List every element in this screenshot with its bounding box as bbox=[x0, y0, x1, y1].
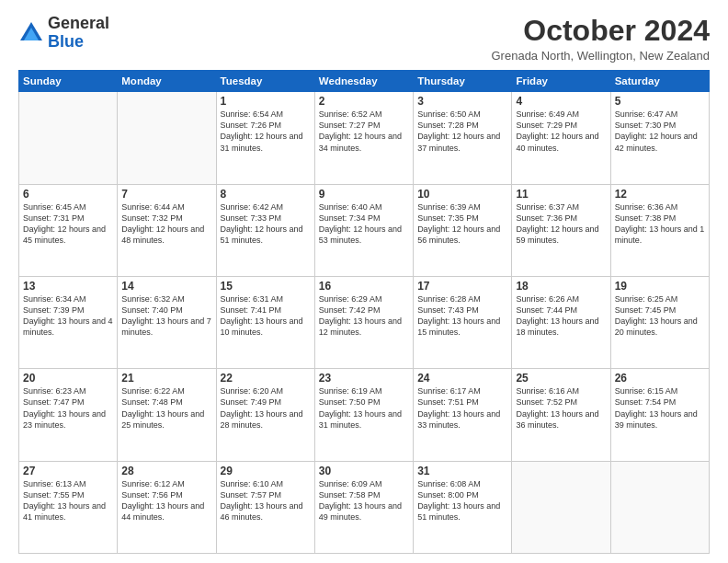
day-number-17: 17 bbox=[417, 280, 507, 293]
day-number-25: 25 bbox=[516, 372, 606, 385]
calendar-table: Sunday Monday Tuesday Wednesday Thursday… bbox=[18, 70, 710, 554]
logo-blue-text: Blue bbox=[48, 32, 84, 51]
day-cell-2-4: 9Sunrise: 6:40 AM Sunset: 7:34 PM Daylig… bbox=[314, 184, 413, 276]
day-cell-5-5: 31Sunrise: 6:08 AM Sunset: 8:00 PM Dayli… bbox=[414, 461, 512, 553]
day-cell-5-7 bbox=[610, 461, 709, 553]
day-cell-5-2: 28Sunrise: 6:12 AM Sunset: 7:56 PM Dayli… bbox=[118, 461, 216, 553]
day-cell-2-3: 8Sunrise: 6:42 AM Sunset: 7:33 PM Daylig… bbox=[216, 184, 314, 276]
day-cell-1-5: 3Sunrise: 6:50 AM Sunset: 7:28 PM Daylig… bbox=[414, 92, 512, 184]
day-cell-1-6: 4Sunrise: 6:49 AM Sunset: 7:29 PM Daylig… bbox=[512, 92, 610, 184]
day-number-10: 10 bbox=[417, 188, 507, 201]
day-info-7: Sunrise: 6:44 AM Sunset: 7:32 PM Dayligh… bbox=[121, 201, 211, 247]
day-cell-3-5: 17Sunrise: 6:28 AM Sunset: 7:43 PM Dayli… bbox=[414, 276, 512, 368]
month-title: October 2024 bbox=[492, 15, 711, 47]
day-number-8: 8 bbox=[221, 188, 311, 201]
day-cell-3-7: 19Sunrise: 6:25 AM Sunset: 7:45 PM Dayli… bbox=[610, 276, 709, 368]
day-number-20: 20 bbox=[23, 372, 113, 385]
day-info-4: Sunrise: 6:49 AM Sunset: 7:29 PM Dayligh… bbox=[516, 109, 606, 154]
day-cell-1-4: 2Sunrise: 6:52 AM Sunset: 7:27 PM Daylig… bbox=[314, 92, 413, 184]
day-cell-1-7: 5Sunrise: 6:47 AM Sunset: 7:30 PM Daylig… bbox=[610, 92, 709, 184]
day-number-13: 13 bbox=[23, 280, 113, 293]
day-number-23: 23 bbox=[319, 372, 409, 385]
week-row-3: 13Sunrise: 6:34 AM Sunset: 7:39 PM Dayli… bbox=[19, 276, 710, 368]
day-number-1: 1 bbox=[221, 95, 311, 108]
day-info-20: Sunrise: 6:23 AM Sunset: 7:47 PM Dayligh… bbox=[23, 385, 113, 431]
day-cell-3-3: 15Sunrise: 6:31 AM Sunset: 7:41 PM Dayli… bbox=[216, 276, 314, 368]
week-row-5: 27Sunrise: 6:13 AM Sunset: 7:55 PM Dayli… bbox=[19, 461, 710, 553]
day-cell-4-7: 26Sunrise: 6:15 AM Sunset: 7:54 PM Dayli… bbox=[610, 369, 709, 461]
day-number-12: 12 bbox=[615, 188, 705, 201]
day-info-16: Sunrise: 6:29 AM Sunset: 7:42 PM Dayligh… bbox=[319, 293, 409, 339]
day-number-15: 15 bbox=[221, 280, 311, 293]
day-info-1: Sunrise: 6:54 AM Sunset: 7:26 PM Dayligh… bbox=[221, 109, 311, 154]
day-number-29: 29 bbox=[221, 465, 311, 477]
logo: General Blue bbox=[18, 15, 109, 52]
day-info-14: Sunrise: 6:32 AM Sunset: 7:40 PM Dayligh… bbox=[121, 293, 211, 339]
day-info-3: Sunrise: 6:50 AM Sunset: 7:28 PM Dayligh… bbox=[417, 109, 507, 154]
day-info-5: Sunrise: 6:47 AM Sunset: 7:30 PM Dayligh… bbox=[615, 109, 705, 154]
day-cell-4-1: 20Sunrise: 6:23 AM Sunset: 7:47 PM Dayli… bbox=[19, 369, 118, 461]
calendar-body: 1Sunrise: 6:54 AM Sunset: 7:26 PM Daylig… bbox=[19, 92, 710, 554]
day-info-12: Sunrise: 6:36 AM Sunset: 7:38 PM Dayligh… bbox=[615, 201, 705, 247]
day-cell-1-1 bbox=[19, 92, 118, 184]
day-number-3: 3 bbox=[417, 95, 507, 108]
week-row-1: 1Sunrise: 6:54 AM Sunset: 7:26 PM Daylig… bbox=[19, 92, 710, 184]
day-cell-3-4: 16Sunrise: 6:29 AM Sunset: 7:42 PM Dayli… bbox=[314, 276, 413, 368]
day-number-7: 7 bbox=[121, 188, 211, 201]
header-wednesday: Wednesday bbox=[314, 71, 413, 92]
day-info-22: Sunrise: 6:20 AM Sunset: 7:49 PM Dayligh… bbox=[221, 385, 311, 431]
day-info-6: Sunrise: 6:45 AM Sunset: 7:31 PM Dayligh… bbox=[23, 201, 113, 247]
logo-general-text: General bbox=[48, 14, 109, 32]
day-number-5: 5 bbox=[615, 95, 705, 108]
day-info-2: Sunrise: 6:52 AM Sunset: 7:27 PM Dayligh… bbox=[319, 109, 409, 154]
day-number-21: 21 bbox=[121, 372, 211, 385]
day-info-23: Sunrise: 6:19 AM Sunset: 7:50 PM Dayligh… bbox=[319, 385, 409, 431]
day-info-21: Sunrise: 6:22 AM Sunset: 7:48 PM Dayligh… bbox=[121, 385, 211, 431]
day-info-11: Sunrise: 6:37 AM Sunset: 7:36 PM Dayligh… bbox=[516, 201, 606, 247]
day-number-19: 19 bbox=[615, 280, 705, 293]
day-number-14: 14 bbox=[121, 280, 211, 293]
day-number-11: 11 bbox=[516, 188, 606, 201]
header-saturday: Saturday bbox=[610, 71, 709, 92]
header: General Blue October 2024 Grenada North,… bbox=[18, 15, 710, 63]
day-info-18: Sunrise: 6:26 AM Sunset: 7:44 PM Dayligh… bbox=[516, 293, 606, 339]
day-info-27: Sunrise: 6:13 AM Sunset: 7:55 PM Dayligh… bbox=[23, 478, 113, 523]
day-info-26: Sunrise: 6:15 AM Sunset: 7:54 PM Dayligh… bbox=[615, 385, 705, 431]
day-info-30: Sunrise: 6:09 AM Sunset: 7:58 PM Dayligh… bbox=[319, 478, 409, 523]
day-number-24: 24 bbox=[417, 372, 507, 385]
day-cell-1-2 bbox=[118, 92, 216, 184]
header-monday: Monday bbox=[118, 71, 216, 92]
day-number-31: 31 bbox=[417, 465, 507, 477]
day-cell-4-6: 25Sunrise: 6:16 AM Sunset: 7:52 PM Dayli… bbox=[512, 369, 610, 461]
day-number-2: 2 bbox=[319, 95, 409, 108]
day-cell-5-6 bbox=[512, 461, 610, 553]
day-cell-3-1: 13Sunrise: 6:34 AM Sunset: 7:39 PM Dayli… bbox=[19, 276, 118, 368]
week-row-2: 6Sunrise: 6:45 AM Sunset: 7:31 PM Daylig… bbox=[19, 184, 710, 276]
day-info-8: Sunrise: 6:42 AM Sunset: 7:33 PM Dayligh… bbox=[221, 201, 311, 247]
week-row-4: 20Sunrise: 6:23 AM Sunset: 7:47 PM Dayli… bbox=[19, 369, 710, 461]
day-cell-2-2: 7Sunrise: 6:44 AM Sunset: 7:32 PM Daylig… bbox=[118, 184, 216, 276]
day-info-25: Sunrise: 6:16 AM Sunset: 7:52 PM Dayligh… bbox=[516, 385, 606, 431]
day-info-31: Sunrise: 6:08 AM Sunset: 8:00 PM Dayligh… bbox=[417, 478, 507, 523]
logo-text: General Blue bbox=[48, 15, 109, 52]
day-number-22: 22 bbox=[221, 372, 311, 385]
day-info-13: Sunrise: 6:34 AM Sunset: 7:39 PM Dayligh… bbox=[23, 293, 113, 339]
day-info-29: Sunrise: 6:10 AM Sunset: 7:57 PM Dayligh… bbox=[221, 478, 311, 523]
day-info-24: Sunrise: 6:17 AM Sunset: 7:51 PM Dayligh… bbox=[417, 385, 507, 431]
day-cell-2-6: 11Sunrise: 6:37 AM Sunset: 7:36 PM Dayli… bbox=[512, 184, 610, 276]
header-friday: Friday bbox=[512, 71, 610, 92]
day-cell-2-7: 12Sunrise: 6:36 AM Sunset: 7:38 PM Dayli… bbox=[610, 184, 709, 276]
day-cell-3-2: 14Sunrise: 6:32 AM Sunset: 7:40 PM Dayli… bbox=[118, 276, 216, 368]
day-number-4: 4 bbox=[516, 95, 606, 108]
day-cell-5-3: 29Sunrise: 6:10 AM Sunset: 7:57 PM Dayli… bbox=[216, 461, 314, 553]
day-cell-4-3: 22Sunrise: 6:20 AM Sunset: 7:49 PM Dayli… bbox=[216, 369, 314, 461]
day-number-27: 27 bbox=[23, 465, 113, 477]
day-cell-2-5: 10Sunrise: 6:39 AM Sunset: 7:35 PM Dayli… bbox=[414, 184, 512, 276]
day-cell-2-1: 6Sunrise: 6:45 AM Sunset: 7:31 PM Daylig… bbox=[19, 184, 118, 276]
header-sunday: Sunday bbox=[19, 71, 118, 92]
day-header-row: Sunday Monday Tuesday Wednesday Thursday… bbox=[19, 71, 710, 92]
day-number-28: 28 bbox=[121, 465, 211, 477]
header-thursday: Thursday bbox=[414, 71, 512, 92]
day-number-18: 18 bbox=[516, 280, 606, 293]
location-subtitle: Grenada North, Wellington, New Zealand bbox=[492, 49, 711, 63]
